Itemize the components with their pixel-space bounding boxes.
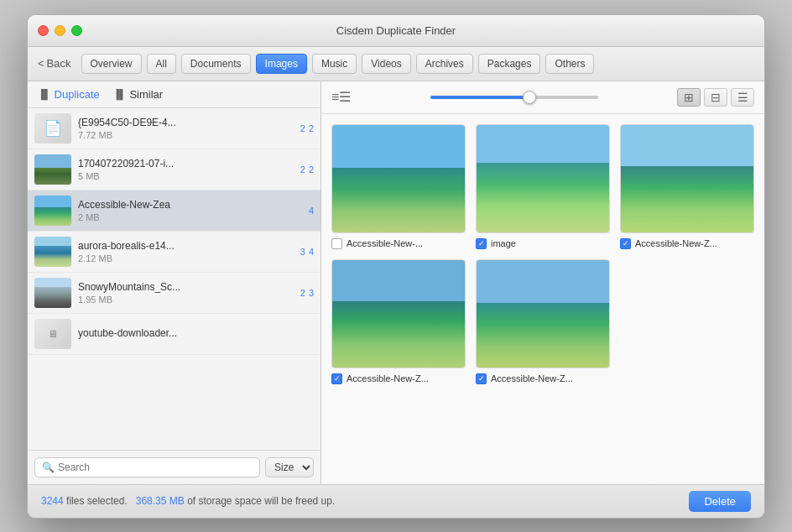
sidebar: ▐▌ Duplicate ▐▌ Similar 📄 {E9954C50-DE9E…	[28, 81, 321, 484]
item-thumbnail	[34, 154, 71, 185]
image-caption: Accessible-New-Z...	[476, 373, 610, 384]
sidebar-header: ▐▌ Duplicate ▐▌ Similar	[28, 81, 320, 108]
image-label: image	[491, 238, 516, 248]
image-caption: Accessible-New-...	[331, 238, 466, 249]
image-label: Accessible-New-Z...	[635, 238, 717, 248]
image-label: Accessible-New-...	[346, 238, 423, 248]
item-thumbnail	[34, 278, 71, 308]
status-text: 3244 files selected. 368.35 MB of storag…	[41, 495, 335, 507]
toolbar: Back Overview All Documents Images Music…	[28, 47, 764, 81]
sidebar-list: 📄 {E9954C50-DE9E-4... 7.72 MB 2 2	[28, 108, 320, 450]
tab-packages[interactable]: Packages	[478, 54, 541, 74]
item-badges: 2 2	[300, 164, 314, 175]
item-thumbnail	[34, 196, 71, 226]
list-item[interactable]: SnowyMountains_Sc... 1.95 MB 2 3	[28, 273, 320, 314]
medium-view-button[interactable]: ⊟	[704, 88, 727, 107]
image-card: Accessible-New-Z...	[620, 124, 754, 249]
image-caption: Accessible-New-Z...	[331, 373, 466, 384]
sort-select[interactable]: Size	[265, 457, 314, 477]
slider-container	[357, 96, 670, 99]
maximize-button[interactable]	[71, 25, 82, 36]
storage-size: 368.35 MB	[136, 495, 185, 507]
close-button[interactable]	[38, 25, 49, 36]
image-caption: image	[476, 238, 610, 249]
item-info: 170407220921-07-i... 5 MB	[78, 158, 294, 181]
search-input[interactable]	[58, 462, 253, 473]
zoom-slider[interactable]	[430, 96, 598, 99]
window-title: Cisdem Duplicate Finder	[336, 24, 456, 37]
image-label: Accessible-New-Z...	[491, 373, 573, 383]
tab-others[interactable]: Others	[545, 54, 594, 74]
image-caption: Accessible-New-Z...	[620, 238, 754, 249]
item-thumbnail: 🖥	[34, 319, 71, 349]
image-preview	[620, 124, 754, 233]
minimize-button[interactable]	[55, 25, 65, 36]
slider-thumb	[523, 91, 536, 104]
list-icon: ☰	[737, 91, 748, 104]
image-preview	[476, 259, 610, 368]
image-preview	[331, 124, 466, 233]
window-controls	[38, 25, 82, 36]
tab-videos[interactable]: Videos	[362, 54, 410, 74]
similar-icon: ▐▌	[113, 89, 127, 99]
app-window: Cisdem Duplicate Finder Back Overview Al…	[27, 14, 765, 519]
item-badges: 3 4	[300, 247, 314, 257]
item-badges: 2 2	[300, 123, 314, 133]
image-card: Accessible-New-Z...	[476, 259, 610, 384]
item-thumbnail	[34, 237, 71, 267]
tab-all[interactable]: All	[147, 54, 176, 74]
main-content: ▐▌ Duplicate ▐▌ Similar 📄 {E9954C50-DE9E…	[28, 81, 764, 484]
item-info: SnowyMountains_Sc... 1.95 MB	[78, 281, 294, 305]
size-label: of storage space will be freed up.	[187, 495, 335, 507]
item-badges: 4	[309, 206, 314, 216]
filter-icon[interactable]: ≡☰	[331, 89, 351, 105]
item-info: aurora-borealis-e14... 2.12 MB	[78, 240, 294, 263]
tab-music[interactable]: Music	[312, 54, 357, 74]
list-item[interactable]: Accessible-New-Zea 2 MB 4	[28, 190, 320, 232]
item-thumbnail: 📄	[34, 113, 71, 143]
list-item[interactable]: 🖥 youtube-downloader...	[28, 314, 320, 355]
item-info: youtube-downloader...	[78, 327, 307, 341]
status-bar: 3244 files selected. 368.35 MB of storag…	[28, 484, 764, 518]
sidebar-footer: 🔍 Size	[28, 450, 320, 484]
duplicate-icon: ▐▌	[38, 89, 51, 99]
list-item[interactable]: 170407220921-07-i... 5 MB 2 2	[28, 149, 320, 190]
image-label: Accessible-New-Z...	[346, 373, 429, 383]
image-preview	[331, 259, 466, 368]
view-buttons: ⊞ ⊟ ☰	[677, 88, 754, 107]
file-icon: 🖥	[34, 319, 71, 349]
back-button[interactable]: Back	[38, 57, 71, 70]
search-icon: 🔍	[42, 462, 55, 473]
image-checkbox[interactable]	[620, 238, 631, 249]
image-grid: Accessible-New-... image Acc	[321, 114, 764, 484]
list-item[interactable]: 📄 {E9954C50-DE9E-4... 7.72 MB 2 2	[28, 108, 320, 149]
sidebar-tab-duplicate[interactable]: ▐▌ Duplicate	[38, 88, 100, 101]
tab-images[interactable]: Images	[256, 54, 307, 74]
list-item[interactable]: aurora-borealis-e14... 2.12 MB 3 4	[28, 232, 320, 273]
image-checkbox[interactable]	[476, 238, 487, 249]
item-badges: 2 3	[300, 288, 314, 298]
search-box[interactable]: 🔍	[34, 457, 260, 477]
title-bar: Cisdem Duplicate Finder	[28, 15, 764, 47]
sidebar-tab-similar[interactable]: ▐▌ Similar	[113, 88, 163, 101]
medium-icon: ⊟	[711, 91, 721, 104]
image-checkbox[interactable]	[476, 373, 487, 384]
grid-icon: ⊞	[684, 91, 694, 104]
list-view-button[interactable]: ☰	[731, 88, 754, 107]
tab-archives[interactable]: Archives	[416, 54, 473, 74]
files-count: 3244	[41, 495, 64, 507]
files-label: files selected.	[66, 495, 128, 507]
content-toolbar: ≡☰ ⊞ ⊟ ☰	[321, 81, 764, 114]
image-checkbox[interactable]	[331, 373, 342, 384]
grid-view-button[interactable]: ⊞	[677, 88, 701, 107]
tab-documents[interactable]: Documents	[181, 54, 251, 74]
tab-overview[interactable]: Overview	[81, 54, 142, 74]
delete-button[interactable]: Delete	[689, 491, 751, 512]
item-info: {E9954C50-DE9E-4... 7.72 MB	[78, 117, 294, 140]
image-card: Accessible-New-...	[331, 124, 466, 249]
image-checkbox[interactable]	[331, 238, 342, 249]
item-info: Accessible-New-Zea 2 MB	[78, 199, 302, 222]
image-card: Accessible-New-Z...	[331, 259, 466, 384]
image-preview	[476, 124, 610, 233]
file-icon: 📄	[34, 113, 71, 143]
